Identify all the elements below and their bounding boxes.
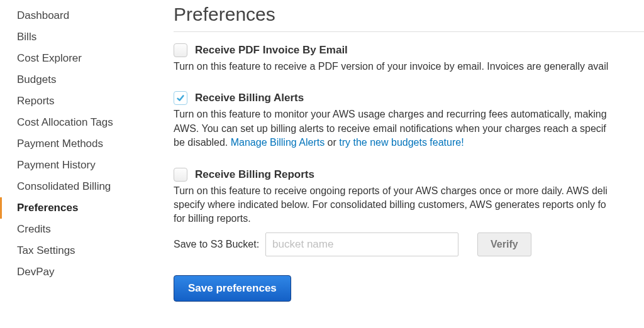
sidebar-item-reports[interactable]: Reports — [0, 90, 138, 112]
pref-desc-billing-reports: Turn on this feature to receive ongoing … — [174, 184, 644, 226]
sidebar-item-bills[interactable]: Bills — [0, 26, 138, 48]
pref-pdf-invoice: Receive PDF Invoice By Email — [174, 43, 644, 57]
text: for billing reports. — [174, 213, 251, 224]
checkbox-pdf-invoice[interactable] — [174, 43, 187, 57]
sidebar-item-cost-allocation-tags[interactable]: Cost Allocation Tags — [0, 112, 138, 133]
text: AWS. You can set up billing alerts to re… — [174, 123, 606, 134]
link-manage-billing-alerts[interactable]: Manage Billing Alerts — [231, 137, 325, 148]
text: or — [325, 137, 339, 148]
pref-billing-alerts: Receive Billing Alerts — [174, 91, 644, 105]
sidebar-item-budgets[interactable]: Budgets — [0, 69, 138, 90]
save-preferences-button[interactable]: Save preferences — [174, 275, 291, 302]
sidebar-item-devpay[interactable]: DevPay — [0, 261, 138, 283]
text: be disabled. — [174, 137, 231, 148]
link-try-budgets[interactable]: try the new budgets feature! — [339, 137, 464, 148]
pref-billing-reports: Receive Billing Reports — [174, 168, 644, 182]
sidebar-item-credits[interactable]: Credits — [0, 219, 138, 240]
text: Turn on this feature to receive ongoing … — [174, 185, 608, 196]
sidebar-item-consolidated-billing[interactable]: Consolidated Billing — [0, 176, 138, 197]
main-content: Preferences Receive PDF Invoice By Email… — [138, 4, 644, 302]
checkbox-billing-reports[interactable] — [174, 168, 187, 182]
sidebar-item-payment-history[interactable]: Payment History — [0, 155, 138, 176]
text: specify where indicated below. For conso… — [174, 199, 606, 210]
pref-label-billing-reports: Receive Billing Reports — [195, 168, 314, 181]
sidebar-item-payment-methods[interactable]: Payment Methods — [0, 133, 138, 155]
s3-bucket-row: Save to S3 Bucket: Verify — [174, 232, 644, 256]
s3-bucket-input[interactable] — [265, 232, 458, 256]
page-title: Preferences — [174, 4, 644, 25]
text: Turn on this feature to monitor your AWS… — [174, 109, 607, 119]
pref-label-billing-alerts: Receive Billing Alerts — [195, 92, 304, 104]
check-icon — [176, 94, 185, 102]
pref-label-pdf-invoice: Receive PDF Invoice By Email — [195, 44, 348, 57]
sidebar-item-tax-settings[interactable]: Tax Settings — [0, 240, 138, 261]
checkbox-billing-alerts[interactable] — [174, 91, 187, 105]
pref-desc-billing-alerts: Turn on this feature to monitor your AWS… — [174, 107, 644, 150]
s3-bucket-label: Save to S3 Bucket: — [174, 239, 259, 250]
sidebar-item-cost-explorer[interactable]: Cost Explorer — [0, 48, 138, 69]
sidebar: Dashboard Bills Cost Explorer Budgets Re… — [0, 4, 138, 302]
sidebar-item-preferences[interactable]: Preferences — [0, 197, 138, 219]
sidebar-item-dashboard[interactable]: Dashboard — [0, 5, 138, 26]
verify-button[interactable]: Verify — [477, 232, 531, 256]
divider — [174, 31, 644, 32]
pref-desc-pdf-invoice: Turn on this feature to receive a PDF ve… — [174, 60, 644, 74]
